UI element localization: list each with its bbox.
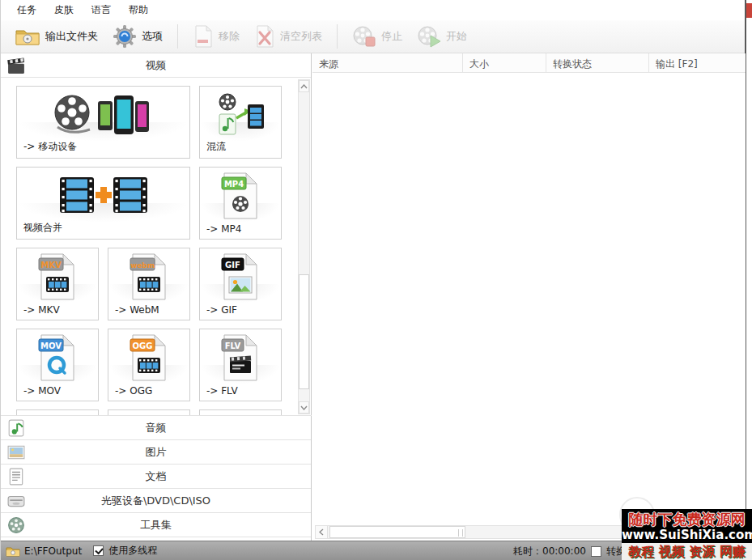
section-picture-label: 图片	[1, 445, 311, 460]
mux-icon	[215, 91, 266, 138]
options-button[interactable]: 选项	[105, 23, 170, 50]
section-video-label: 视频	[1, 58, 311, 73]
webm-file-icon: webm	[130, 253, 168, 300]
watermark-line1: 随时下免费资源网	[622, 510, 752, 528]
remove-button[interactable]: 移除	[185, 23, 247, 50]
stop-label: 停止	[381, 29, 402, 44]
multithread-label: 使用多线程	[108, 544, 157, 558]
video-tiles-viewport: -> 移动设备	[1, 78, 312, 416]
section-rom-device[interactable]: 光驱设备\DVD\CD\ISO	[1, 489, 311, 513]
output-path-text[interactable]: E:\FFOutput	[24, 545, 82, 557]
scroll-up-button[interactable]	[299, 80, 309, 92]
mp4-file-icon: MP4	[221, 172, 260, 219]
output-folder-icon	[15, 26, 40, 47]
chevron-up-icon	[300, 84, 308, 89]
clear-list-icon	[254, 25, 275, 48]
column-status[interactable]: 转换状态	[546, 53, 649, 72]
file-list-header: 来源 大小 转换状态 输出 [F2]	[312, 53, 746, 73]
tile-label: 混流	[206, 140, 226, 154]
tile-label: -> MKV	[23, 304, 60, 316]
menu-skin[interactable]: 皮肤	[48, 1, 80, 19]
menu-bar: 任务 皮肤 语言 帮助	[1, 0, 745, 20]
tile-to-gif[interactable]: GIF -> GIF	[199, 248, 282, 320]
multithread-option[interactable]: 使用多线程	[93, 544, 157, 558]
tile-video-join[interactable]: 视频合并	[16, 167, 190, 240]
section-video[interactable]: 视频	[1, 53, 311, 78]
tile-to-webm[interactable]: webm -> WebM	[108, 248, 190, 320]
tile-label: -> WebM	[115, 304, 159, 316]
column-source[interactable]: 来源	[312, 53, 463, 72]
output-folder-button[interactable]: 输出文件夹	[7, 23, 105, 50]
scrollbar-thumb[interactable]	[299, 274, 309, 389]
file-list-body[interactable]	[312, 73, 746, 524]
watermark-line3: 教程 视频 资源 网赚	[622, 543, 752, 560]
mkv-file-icon: MKV	[38, 253, 77, 300]
chevron-down-icon	[300, 405, 308, 410]
svg-text:GIF: GIF	[225, 261, 240, 269]
scroll-down-button[interactable]	[299, 401, 309, 414]
tile-label: -> MOV	[23, 385, 61, 397]
start-reel-icon	[417, 25, 441, 48]
tile-to-mobile-device[interactable]: -> 移动设备	[16, 86, 190, 159]
toolset-reel-icon	[7, 516, 25, 534]
clear-list-label: 清空列表	[280, 29, 322, 44]
toolbar: 输出文件夹 选项	[1, 20, 745, 53]
section-document-label: 文档	[1, 469, 311, 484]
column-output[interactable]: 输出 [F2]	[649, 53, 746, 72]
tile-partial[interactable]	[16, 409, 99, 416]
tile-mux[interactable]: 混流	[199, 86, 282, 159]
tile-label: -> 移动设备	[23, 140, 77, 154]
section-document[interactable]: 文档	[1, 465, 311, 489]
output-folder-label: 输出文件夹	[45, 29, 98, 44]
tile-label: -> MP4	[206, 223, 241, 235]
file-list-panel: 来源 大小 转换状态 输出 [F2]	[312, 53, 746, 541]
section-picture[interactable]: 图片	[1, 440, 311, 465]
app-window: 任务 皮肤 语言 帮助 输出文件夹	[0, 0, 746, 560]
clear-list-button[interactable]: 清空列表	[247, 23, 329, 50]
column-size[interactable]: 大小	[463, 53, 546, 72]
tile-to-mkv[interactable]: MKV -> MKV	[16, 248, 99, 320]
section-toolset[interactable]: 工具集	[1, 513, 311, 537]
remove-file-icon	[193, 25, 214, 48]
menu-task[interactable]: 任务	[11, 1, 43, 19]
on-complete-checkbox[interactable]	[591, 546, 601, 557]
clapperboard-icon	[7, 57, 25, 74]
tile-to-mov[interactable]: MOV -> MOV	[16, 329, 99, 401]
svg-text:MOV: MOV	[40, 342, 62, 350]
toolbar-separator	[177, 24, 178, 49]
section-toolset-label: 工具集	[1, 518, 311, 532]
tile-label: -> OGG	[115, 385, 152, 397]
tile-to-flv[interactable]: FLV -> FLV	[199, 329, 282, 401]
hscrollbar-thumb[interactable]	[329, 526, 465, 538]
multithread-checkbox[interactable]	[93, 545, 104, 556]
svg-text:MP4: MP4	[224, 180, 244, 189]
category-panel: 视频	[1, 53, 312, 541]
stop-button[interactable]: 停止	[345, 23, 410, 50]
svg-text:MKV: MKV	[40, 261, 62, 269]
music-note-icon	[7, 419, 25, 437]
gear-options-icon	[113, 24, 137, 49]
options-label: 选项	[142, 29, 163, 44]
start-button[interactable]: 开始	[410, 23, 474, 50]
category-accordion: 音频 图片	[1, 416, 311, 537]
menu-language[interactable]: 语言	[85, 1, 117, 19]
tile-label: -> GIF	[206, 304, 237, 316]
chevron-left-icon	[319, 528, 324, 536]
tile-partial[interactable]	[108, 409, 190, 416]
scroll-left-button[interactable]	[316, 526, 328, 538]
output-path-folder-icon[interactable]	[6, 545, 20, 557]
remove-label: 移除	[219, 29, 240, 44]
video-join-icon	[58, 172, 149, 218]
tiles-scrollbar[interactable]	[298, 79, 310, 414]
ogg-file-icon: OGG	[130, 334, 168, 381]
document-icon	[7, 468, 25, 486]
gif-file-icon: GIF	[221, 253, 260, 300]
menu-help[interactable]: 帮助	[122, 1, 155, 19]
section-audio[interactable]: 音频	[1, 416, 311, 440]
section-audio-label: 音频	[1, 421, 311, 435]
tile-partial[interactable]	[199, 409, 282, 416]
tile-to-ogg[interactable]: OGG -> OGG	[108, 329, 190, 401]
start-label: 开始	[446, 29, 467, 44]
elapsed-time-text: 耗时：00:00:00	[513, 545, 586, 558]
tile-to-mp4[interactable]: MP4 -> MP4	[199, 167, 282, 240]
